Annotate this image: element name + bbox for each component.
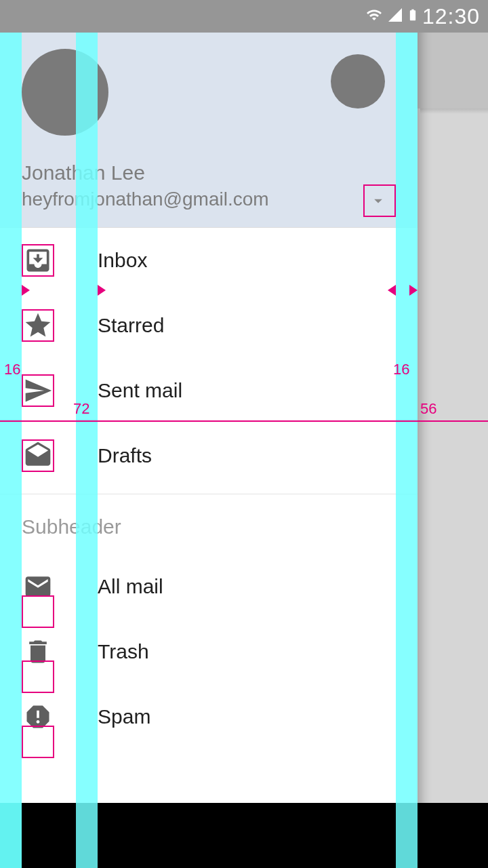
send-icon <box>22 374 54 407</box>
nav-item-label: Inbox <box>98 249 147 272</box>
mail-icon <box>22 570 54 603</box>
inbox-icon <box>22 244 54 277</box>
system-nav-bar <box>22 803 488 868</box>
nav-item-starred[interactable]: Starred <box>0 293 418 358</box>
nav-item-label: Drafts <box>98 444 152 467</box>
account-name: Jonathan Lee <box>22 161 145 184</box>
nav-item-label: Trash <box>98 640 149 663</box>
trash-icon <box>22 635 54 668</box>
drafts-icon <box>22 439 54 472</box>
nav-item-label: All mail <box>98 575 163 598</box>
wifi-icon <box>364 7 384 26</box>
nav-item-label: Sent mail <box>98 379 182 402</box>
account-email: heyfromjonathan@gmail.com <box>22 189 269 210</box>
battery-icon <box>406 5 420 27</box>
cell-signal-icon <box>387 7 403 26</box>
drawer-list: Inbox Starred Sent mail Drafts Subheader <box>0 228 418 749</box>
card-shadow <box>420 108 488 114</box>
caret-down-icon <box>369 191 388 213</box>
nav-item-label: Spam <box>98 705 150 728</box>
account-switcher[interactable] <box>366 190 390 214</box>
avatar-secondary[interactable] <box>331 54 385 108</box>
star-icon <box>22 309 54 342</box>
nav-item-drafts[interactable]: Drafts <box>0 423 418 488</box>
list-divider <box>0 494 418 494</box>
redline-label-gap: 56 <box>420 400 436 418</box>
nav-item-label: Starred <box>98 314 164 337</box>
nav-item-sent[interactable]: Sent mail <box>0 358 418 423</box>
nav-item-allmail[interactable]: All mail <box>0 554 418 619</box>
status-clock: 12:30 <box>422 4 480 29</box>
report-icon <box>22 701 54 733</box>
nav-item-spam[interactable]: Spam <box>0 684 418 749</box>
navigation-drawer: Jonathan Lee heyfromjonathan@gmail.com I… <box>0 0 418 868</box>
nav-item-inbox[interactable]: Inbox <box>0 228 418 293</box>
list-subheader: Subheader <box>0 500 418 554</box>
drawer-header: Jonathan Lee heyfromjonathan@gmail.com <box>0 0 418 228</box>
subheader-label: Subheader <box>22 515 121 538</box>
status-bar: 12:30 <box>0 0 488 33</box>
nav-item-trash[interactable]: Trash <box>0 619 418 684</box>
avatar-primary[interactable] <box>22 49 108 136</box>
